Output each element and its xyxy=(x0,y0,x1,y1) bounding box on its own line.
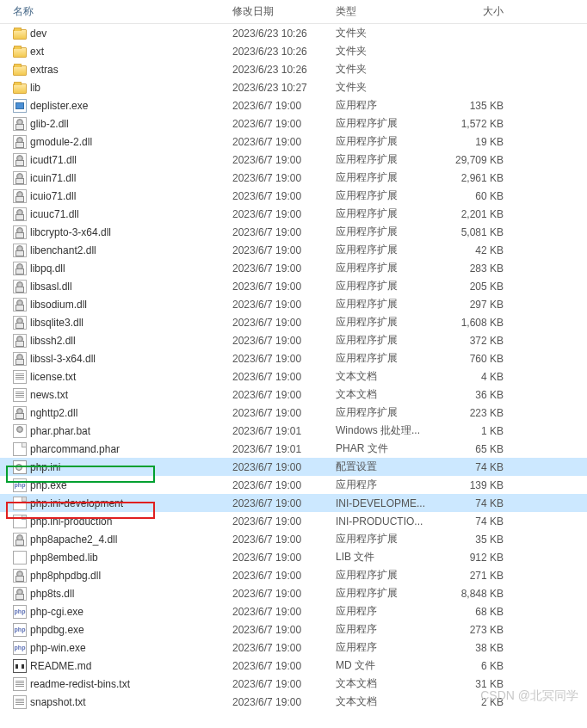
file-type: 应用程序 xyxy=(336,478,443,492)
file-size: 74 KB xyxy=(443,461,529,473)
file-row[interactable]: icuio71.dll2023/6/7 19:00应用程序扩展60 KB xyxy=(0,187,587,205)
file-date: 2023/6/23 10:26 xyxy=(232,64,336,76)
file-row[interactable]: phpphp.exe2023/6/7 19:00应用程序139 KB xyxy=(0,476,587,494)
file-row[interactable]: php8phpdbg.dll2023/6/7 19:00应用程序扩展271 KB xyxy=(0,566,587,584)
file-name-cell: libssh2.dll xyxy=(13,334,232,348)
file-row[interactable]: libssh2.dll2023/6/7 19:00应用程序扩展372 KB xyxy=(0,331,587,349)
file-type: 应用程序扩展 xyxy=(336,586,443,601)
file-row[interactable]: readme-redist-bins.txt2023/6/7 19:00文本文档… xyxy=(0,675,587,693)
file-name-cell: libsodium.dll xyxy=(13,298,232,312)
file-date: 2023/6/7 19:00 xyxy=(232,515,336,527)
file-row[interactable]: extras2023/6/23 10:26文件夹 xyxy=(0,60,587,78)
file-name-cell: libenchant2.dll xyxy=(13,244,232,257)
file-name: php8phpdbg.dll xyxy=(30,570,101,582)
file-date: 2023/6/7 19:00 xyxy=(232,118,336,130)
file-type: 应用程序扩展 xyxy=(336,170,443,185)
file-name-cell: glib-2.dll xyxy=(13,117,232,131)
file-row[interactable]: libsasl.dll2023/6/7 19:00应用程序扩展205 KB xyxy=(0,277,587,295)
dll-icon xyxy=(13,352,27,366)
file-name: phpdbg.exe xyxy=(30,624,84,636)
file-name: icudt71.dll xyxy=(30,154,77,166)
folder-icon xyxy=(13,65,27,76)
file-name: libcrypto-3-x64.dll xyxy=(30,226,111,238)
file-name: snapshot.txt xyxy=(30,696,86,708)
file-name-cell: php8embed.lib xyxy=(13,551,232,565)
file-row[interactable]: icuin71.dll2023/6/7 19:00应用程序扩展2,961 KB xyxy=(0,169,587,187)
file-name-cell: snapshot.txt xyxy=(13,695,232,709)
file-type: 应用程序扩展 xyxy=(336,333,443,348)
file-name-cell: php.ini-development xyxy=(13,497,232,510)
file-size: 760 KB xyxy=(443,353,529,365)
file-row[interactable]: pharcommand.phar2023/6/7 19:01PHAR 文件65 … xyxy=(0,440,587,458)
file-type: 应用程序 xyxy=(336,640,443,655)
dll-icon xyxy=(13,135,27,149)
file-row[interactable]: lib2023/6/23 10:27文件夹 xyxy=(0,78,587,96)
file-size: 139 KB xyxy=(443,479,529,491)
file-row[interactable]: snapshot.txt2023/6/7 19:00文本文档2 KB xyxy=(0,693,587,711)
file-size: 36 KB xyxy=(443,389,529,401)
file-row[interactable]: glib-2.dll2023/6/7 19:00应用程序扩展1,572 KB xyxy=(0,114,587,133)
file-row[interactable]: php.ini-production2023/6/7 19:00INI-PROD… xyxy=(0,512,587,530)
file-row[interactable]: deplister.exe2023/6/7 19:00应用程序135 KB xyxy=(0,96,587,114)
file-name-cell: php8ts.dll xyxy=(13,587,232,601)
file-size: 223 KB xyxy=(443,407,529,419)
file-row[interactable]: phpphpdbg.exe2023/6/7 19:00应用程序273 KB xyxy=(0,620,587,639)
file-row[interactable]: nghttp2.dll2023/6/7 19:00应用程序扩展223 KB xyxy=(0,404,587,422)
file-row[interactable]: libpq.dll2023/6/7 19:00应用程序扩展283 KB xyxy=(0,259,587,277)
file-row[interactable]: phar.phar.bat2023/6/7 19:01Windows 批处理..… xyxy=(0,422,587,440)
dll-icon xyxy=(13,225,27,239)
file-row[interactable]: phpphp-cgi.exe2023/6/7 19:00应用程序68 KB xyxy=(0,602,587,620)
file-name: readme-redist-bins.txt xyxy=(30,678,130,690)
column-header-size[interactable]: 大小 xyxy=(443,4,529,19)
dll-icon xyxy=(13,334,27,348)
file-row[interactable]: ext2023/6/23 10:26文件夹 xyxy=(0,42,587,60)
file-size: 2,201 KB xyxy=(443,208,529,220)
file-row[interactable]: icudt71.dll2023/6/7 19:00应用程序扩展29,709 KB xyxy=(0,151,587,169)
file-size: 68 KB xyxy=(443,606,529,618)
file-type: 应用程序扩展 xyxy=(336,152,443,167)
column-header-type[interactable]: 类型 xyxy=(336,4,443,19)
file-name: icuin71.dll xyxy=(30,172,76,184)
file-row[interactable]: news.txt2023/6/7 19:00文本文档36 KB xyxy=(0,386,587,404)
file-row[interactable]: libenchant2.dll2023/6/7 19:00应用程序扩展42 KB xyxy=(0,241,587,259)
folder-icon xyxy=(13,29,27,40)
file-row[interactable]: README.md2023/6/7 19:00MD 文件6 KB xyxy=(0,657,587,675)
file-row[interactable]: php8ts.dll2023/6/7 19:00应用程序扩展8,848 KB xyxy=(0,584,587,602)
file-type: 应用程序扩展 xyxy=(336,261,443,275)
file-name-cell: news.txt xyxy=(13,388,232,402)
file-row[interactable]: php.ini-development2023/6/7 19:00INI-DEV… xyxy=(0,494,587,512)
file-size: 1,608 KB xyxy=(443,317,529,329)
dll-icon xyxy=(13,587,27,601)
file-date: 2023/6/7 19:00 xyxy=(232,154,336,166)
file-name: icuuc71.dll xyxy=(30,208,79,220)
file-size: 8,848 KB xyxy=(443,588,529,600)
file-row[interactable]: libsqlite3.dll2023/6/7 19:00应用程序扩展1,608 … xyxy=(0,313,587,331)
ini-icon xyxy=(13,460,27,474)
file-size: 42 KB xyxy=(443,244,529,256)
file-row[interactable]: icuuc71.dll2023/6/7 19:00应用程序扩展2,201 KB xyxy=(0,205,587,223)
file-type: 应用程序 xyxy=(336,98,443,113)
file-row[interactable]: libcrypto-3-x64.dll2023/6/7 19:00应用程序扩展5… xyxy=(0,223,587,241)
file-row[interactable]: php.ini2023/6/7 19:00配置设置74 KB xyxy=(0,458,587,476)
file-row[interactable]: dev2023/6/23 10:26文件夹 xyxy=(0,24,587,42)
file-row[interactable]: libssl-3-x64.dll2023/6/7 19:00应用程序扩展760 … xyxy=(0,349,587,367)
file-row[interactable]: php8apache2_4.dll2023/6/7 19:00应用程序扩展35 … xyxy=(0,530,587,548)
file-row[interactable]: gmodule-2.dll2023/6/7 19:00应用程序扩展19 KB xyxy=(0,133,587,151)
column-header-date[interactable]: 修改日期 xyxy=(232,4,336,19)
file-row[interactable]: php8embed.lib2023/6/7 19:00LIB 文件912 KB xyxy=(0,548,587,566)
file-type: 应用程序扩展 xyxy=(336,207,443,221)
file-name-cell: deplister.exe xyxy=(13,99,232,113)
file-name: lib xyxy=(30,82,40,94)
file-type: 应用程序扩展 xyxy=(336,297,443,312)
php-icon: php xyxy=(13,478,27,492)
file-date: 2023/6/7 19:00 xyxy=(232,172,336,184)
column-header-name[interactable]: 名称 xyxy=(13,4,232,19)
file-type: 应用程序扩展 xyxy=(336,225,443,239)
file-date: 2023/6/7 19:00 xyxy=(232,461,336,473)
file-row[interactable]: phpphp-win.exe2023/6/7 19:00应用程序38 KB xyxy=(0,639,587,657)
file-row[interactable]: libsodium.dll2023/6/7 19:00应用程序扩展297 KB xyxy=(0,295,587,313)
file-name-cell: php8apache2_4.dll xyxy=(13,533,232,546)
file-list: dev2023/6/23 10:26文件夹ext2023/6/23 10:26文… xyxy=(0,24,587,711)
file-name-cell: phpphpdbg.exe xyxy=(13,623,232,637)
file-row[interactable]: license.txt2023/6/7 19:00文本文档4 KB xyxy=(0,367,587,386)
